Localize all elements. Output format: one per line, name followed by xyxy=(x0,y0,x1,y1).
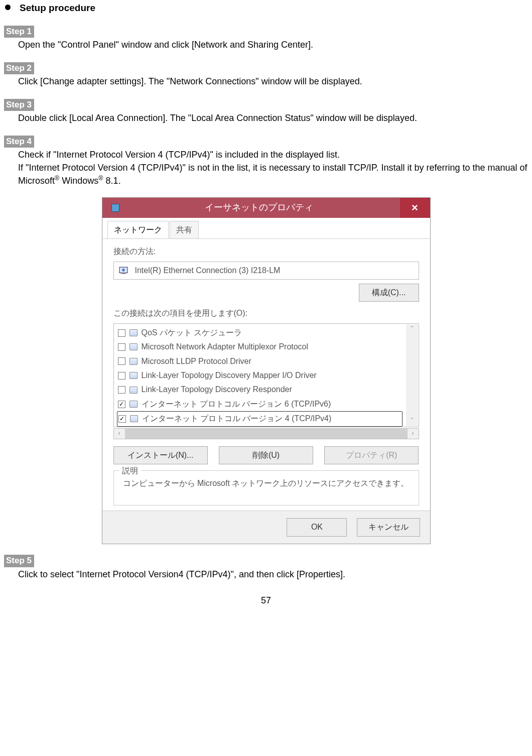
list-item-label: インターネット プロトコル バージョン 6 (TCP/IPv6) xyxy=(142,399,331,410)
description-box: 説明 コンピューターから Microsoft ネットワーク上のリソースにアクセス… xyxy=(113,470,419,506)
window-title: イーサネットのプロパティ xyxy=(128,201,400,214)
install-button[interactable]: インストール(N)... xyxy=(113,446,208,464)
connect-using-label: 接続の方法: xyxy=(113,246,419,257)
adapter-field[interactable]: Intel(R) Ethernet Connection (3) I218-LM xyxy=(113,262,419,280)
protocol-icon xyxy=(129,401,138,408)
dialog-footer: OK キャンセル xyxy=(102,511,430,543)
page-number: 57 xyxy=(0,594,532,607)
list-item[interactable]: Microsoft LLDP Protocol Driver xyxy=(117,354,403,368)
step-2-text: Click [Change adapter settings]. The "Ne… xyxy=(18,75,528,88)
adapter-icon xyxy=(119,266,128,275)
protocol-icon xyxy=(129,343,138,350)
list-item[interactable]: インターネット プロトコル バージョン 4 (TCP/IPv4) xyxy=(117,411,403,426)
scroll-track[interactable] xyxy=(406,334,418,416)
items-label: この接続は次の項目を使用します(O): xyxy=(113,308,419,319)
window-icon xyxy=(111,204,119,212)
list-item-label: Microsoft LLDP Protocol Driver xyxy=(142,356,251,367)
scroll-up-icon[interactable]: ˄ xyxy=(406,324,418,334)
step-1-text: Open the "Control Panel" window and clic… xyxy=(18,39,528,51)
protocol-icon xyxy=(129,358,138,365)
ok-button[interactable]: OK xyxy=(287,518,347,536)
list-item-label: Link-Layer Topology Discovery Mapper I/O… xyxy=(142,370,317,381)
section-title: Setup procedure xyxy=(20,2,95,15)
reg-mark-2: ® xyxy=(98,175,103,182)
checkbox[interactable] xyxy=(118,386,125,394)
scroll-left-icon[interactable]: ‹ xyxy=(114,429,125,439)
step-2-badge: Step 2 xyxy=(4,62,34,75)
list-item[interactable]: Link-Layer Topology Discovery Responder xyxy=(117,383,403,397)
step-4-text: Check if "Internet Protocol Version 4 (T… xyxy=(18,149,528,187)
protocol-icon xyxy=(129,372,138,379)
step-4-line2b: Windows xyxy=(59,176,98,186)
list-item[interactable]: Link-Layer Topology Discovery Mapper I/O… xyxy=(117,368,403,383)
titlebar[interactable]: イーサネットのプロパティ × xyxy=(102,198,430,218)
checkbox[interactable] xyxy=(118,415,126,423)
step-4-badge: Step 4 xyxy=(4,136,34,148)
properties-button[interactable]: プロパティ(R) xyxy=(324,446,419,464)
list-item-label: Microsoft Network Adapter Multiplexor Pr… xyxy=(142,341,309,352)
checkbox[interactable] xyxy=(118,343,125,351)
scroll-right-icon[interactable]: › xyxy=(408,429,419,439)
list-item-label: QoS パケット スケジューラ xyxy=(142,327,242,338)
adapter-name: Intel(R) Ethernet Connection (3) I218-LM xyxy=(135,265,281,276)
list-item[interactable]: Microsoft Network Adapter Multiplexor Pr… xyxy=(117,340,403,354)
list-item-label: Link-Layer Topology Discovery Responder xyxy=(142,384,292,395)
description-text: コンピューターから Microsoft ネットワーク上のリソースにアクセスできま… xyxy=(123,478,413,489)
step-3-badge: Step 3 xyxy=(4,99,34,111)
step-1-badge: Step 1 xyxy=(4,26,34,38)
protocol-icon xyxy=(130,415,138,422)
list-item[interactable]: QoS パケット スケジューラ xyxy=(117,326,403,340)
bullet-icon xyxy=(5,5,11,10)
tab-network[interactable]: ネットワーク xyxy=(107,221,169,238)
close-button[interactable]: × xyxy=(400,198,430,218)
step-5-text: Click to select "Internet Protocol Versi… xyxy=(18,568,528,581)
ethernet-properties-dialog: イーサネットのプロパティ × ネットワーク 共有 接続の方法: Intel(R)… xyxy=(102,197,431,544)
protocol-icon xyxy=(129,387,138,394)
svg-rect-1 xyxy=(121,273,125,274)
svg-point-2 xyxy=(122,269,125,272)
description-label: 説明 xyxy=(119,465,141,476)
tab-sharing[interactable]: 共有 xyxy=(170,221,199,238)
dialog-body: 接続の方法: Intel(R) Ethernet Connection (3) … xyxy=(102,239,430,511)
cancel-button[interactable]: キャンセル xyxy=(357,518,420,536)
step-5-badge: Step 5 xyxy=(4,555,34,567)
checkbox[interactable] xyxy=(118,329,125,337)
protocol-icon xyxy=(129,329,138,336)
list-item-label: インターネット プロトコル バージョン 4 (TCP/IPv4) xyxy=(142,413,332,424)
checkbox[interactable] xyxy=(118,372,125,380)
scroll-h-track[interactable] xyxy=(125,429,408,439)
step-3-text: Double click [Local Area Connection]. Th… xyxy=(18,112,528,124)
horizontal-scrollbar[interactable]: ‹ › xyxy=(113,428,419,439)
vertical-scrollbar[interactable]: ˄ ˅ xyxy=(406,324,418,426)
protocol-list[interactable]: QoS パケット スケジューラMicrosoft Network Adapter… xyxy=(113,323,419,427)
remove-button[interactable]: 削除(U) xyxy=(219,446,313,464)
tab-row: ネットワーク 共有 xyxy=(102,218,430,239)
checkbox[interactable] xyxy=(118,401,125,408)
list-item[interactable]: インターネット プロトコル バージョン 6 (TCP/IPv6) xyxy=(117,397,403,411)
scroll-down-icon[interactable]: ˅ xyxy=(406,416,418,426)
step-4-line2c: 8.1. xyxy=(103,176,121,186)
step-4-line1: Check if "Internet Protocol Version 4 (T… xyxy=(18,150,340,160)
checkbox[interactable] xyxy=(118,357,125,365)
section-header: Setup procedure xyxy=(4,2,528,15)
reg-mark-1: ® xyxy=(55,175,59,182)
configure-button[interactable]: 構成(C)... xyxy=(359,284,419,302)
